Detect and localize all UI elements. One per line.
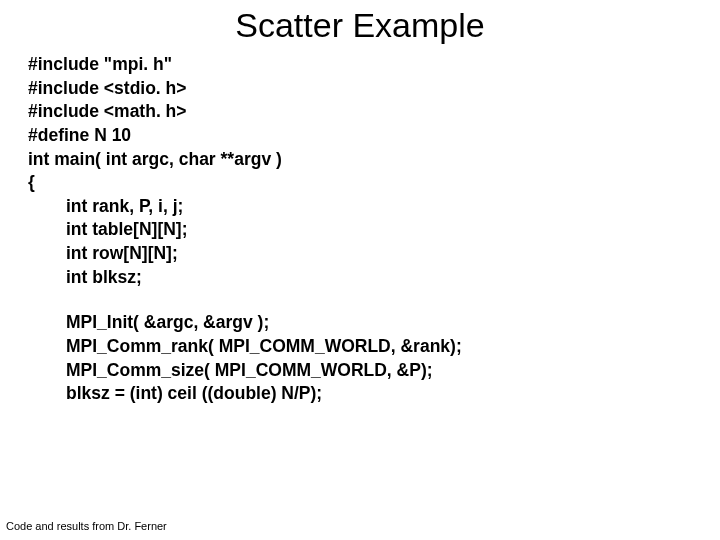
code-line: MPI_Comm_rank( MPI_COMM_WORLD, &rank);: [28, 335, 720, 359]
code-line: #define N 10: [28, 124, 720, 148]
code-line: #include <stdio. h>: [28, 77, 720, 101]
code-line: int blksz;: [28, 266, 720, 290]
footnote: Code and results from Dr. Ferner: [6, 520, 167, 532]
code-line: int row[N][N];: [28, 242, 720, 266]
code-line: {: [28, 171, 720, 195]
code-line: #include <math. h>: [28, 100, 720, 124]
code-block: #include "mpi. h" #include <stdio. h> #i…: [0, 53, 720, 406]
code-line: MPI_Comm_size( MPI_COMM_WORLD, &P);: [28, 359, 720, 383]
code-line: int main( int argc, char **argv ): [28, 148, 720, 172]
code-line: int table[N][N];: [28, 218, 720, 242]
code-line: int rank, P, i, j;: [28, 195, 720, 219]
code-line: MPI_Init( &argc, &argv );: [28, 311, 720, 335]
code-line: #include "mpi. h": [28, 53, 720, 77]
blank-line: [28, 289, 720, 311]
slide-title: Scatter Example: [0, 0, 720, 53]
code-line: blksz = (int) ceil ((double) N/P);: [28, 382, 720, 406]
